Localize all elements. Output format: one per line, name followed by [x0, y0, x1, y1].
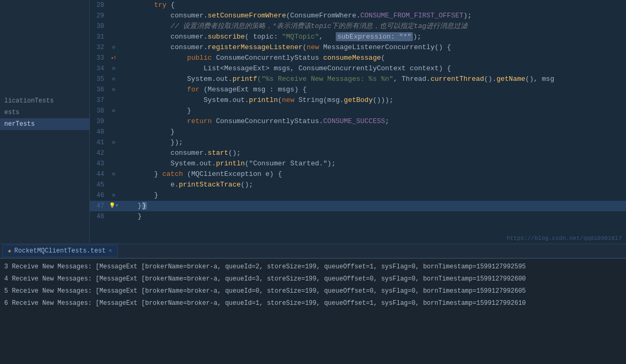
line-code-28: try {: [119, 0, 626, 11]
line-code-34: List<MessageExt> msgs, ConsumeConcurrent…: [119, 63, 626, 74]
main-container: licationTestsestsnerTests 28 try {29 con…: [0, 0, 626, 364]
code-line-48: 48 }: [90, 211, 626, 222]
code-line-28: 28 try {: [90, 0, 626, 11]
line-number-46: 46: [90, 190, 108, 201]
code-line-30: 30 // 设置消费者拉取消息的策略，*表示消费该topic下的所有消息，也可以…: [90, 21, 626, 32]
line-gutter-35: ◇: [108, 74, 119, 85]
code-line-47: 47💡▿ }}: [90, 201, 626, 211]
line-number-42: 42: [90, 148, 108, 158]
line-code-39: return ConsumeConcurrentlyStatus.CONSUME…: [119, 116, 626, 127]
line-number-48: 48: [90, 211, 108, 222]
line-gutter-44: ◇: [108, 169, 119, 180]
line-gutter-32: ◇: [108, 42, 119, 53]
code-line-29: 29 consumer.setConsumeFromWhere(ConsumeF…: [90, 11, 626, 21]
tab-bar: ◈ RocketMQClientTests.test ×: [0, 244, 626, 258]
line-number-31: 31: [90, 32, 108, 42]
line-number-35: 35: [90, 74, 108, 85]
console-line-2: 5 Receive New Messages: [MessageExt [bro…: [0, 285, 626, 297]
line-gutter-34: ◇: [108, 63, 119, 74]
sidebar-item-1[interactable]: ests: [0, 107, 89, 118]
code-line-38: 38◇ }: [90, 106, 626, 116]
line-code-35: System.out.printf("%s Receive New Messag…: [119, 74, 626, 85]
line-number-32: 32: [90, 42, 108, 53]
line-number-44: 44: [90, 169, 108, 180]
watermark: https://blog.csdn.net/qq810901817: [507, 235, 622, 241]
line-number-28: 28: [90, 0, 108, 11]
line-gutter-46: ◇: [108, 190, 119, 201]
tab-close-button[interactable]: ×: [109, 248, 112, 254]
code-line-37: 37 System.out.println(new String(msg.get…: [90, 95, 626, 106]
line-number-47: 47: [90, 201, 108, 211]
sidebar-item-2[interactable]: nerTests: [0, 118, 89, 130]
line-code-32: consumer.registerMessageListener(new Mes…: [119, 42, 626, 53]
line-code-36: for (MessageExt msg : msgs) {: [119, 85, 626, 95]
line-code-29: consumer.setConsumeFromWhere(ConsumeFrom…: [119, 11, 626, 21]
line-gutter-47: 💡▿: [108, 201, 119, 211]
line-number-37: 37: [90, 95, 108, 106]
line-code-43: System.out.println("Consumer Started.");: [119, 158, 626, 169]
line-gutter-33: ●!: [108, 53, 119, 63]
code-line-33: 33●! public ConsumeConcurrentlyStatus co…: [90, 53, 626, 63]
code-line-43: 43 System.out.println("Consumer Started.…: [90, 158, 626, 169]
line-code-47: }}: [119, 201, 626, 211]
line-code-46: }: [119, 190, 626, 201]
editor-tab[interactable]: ◈ RocketMQClientTests.test ×: [2, 245, 118, 257]
line-code-48: }: [119, 211, 626, 222]
line-code-42: consumer.start();: [119, 148, 626, 158]
code-line-32: 32◇ consumer.registerMessageListener(new…: [90, 42, 626, 53]
line-number-43: 43: [90, 158, 108, 169]
line-number-45: 45: [90, 180, 108, 190]
line-number-29: 29: [90, 11, 108, 21]
line-code-33: public ConsumeConcurrentlyStatus consume…: [119, 53, 626, 63]
code-line-40: 40 }: [90, 127, 626, 137]
line-number-41: 41: [90, 137, 108, 148]
line-code-40: }: [119, 127, 626, 137]
line-number-38: 38: [90, 106, 108, 116]
console-line-1: 4 Receive New Messages: [MessageExt [bro…: [0, 273, 626, 285]
editor-area: licationTestsestsnerTests 28 try {29 con…: [0, 0, 626, 244]
line-gutter-41: ◇: [108, 137, 119, 148]
line-number-33: 33: [90, 53, 108, 63]
code-content: 28 try {29 consumer.setConsumeFromWhere(…: [90, 0, 626, 244]
line-code-31: consumer.subscribe( topic: "MQTopic", su…: [119, 32, 626, 42]
line-code-44: } catch (MQClientException e) {: [119, 169, 626, 180]
line-number-34: 34: [90, 63, 108, 74]
code-editor[interactable]: 28 try {29 consumer.setConsumeFromWhere(…: [90, 0, 626, 244]
line-gutter-38: ◇: [108, 106, 119, 116]
line-code-37: System.out.println(new String(msg.getBod…: [119, 95, 626, 106]
code-line-46: 46◇ }: [90, 190, 626, 201]
code-line-34: 34◇ List<MessageExt> msgs, ConsumeConcur…: [90, 63, 626, 74]
tab-label: RocketMQClientTests.test: [14, 247, 106, 255]
tab-icon: ◈: [8, 248, 11, 254]
code-line-39: 39 return ConsumeConcurrentlyStatus.CONS…: [90, 116, 626, 127]
code-line-42: 42 consumer.start();: [90, 148, 626, 158]
sidebar: licationTestsestsnerTests: [0, 0, 90, 244]
line-gutter-36: ◇: [108, 85, 119, 95]
line-code-30: // 设置消费者拉取消息的策略，*表示消费该topic下的所有消息，也可以指定t…: [119, 21, 626, 32]
line-number-39: 39: [90, 116, 108, 127]
line-code-41: });: [119, 137, 626, 148]
console-line-3: 6 Receive New Messages: [MessageExt [bro…: [0, 297, 626, 310]
code-line-44: 44◇ } catch (MQClientException e) {: [90, 169, 626, 180]
console-line-0: 3 Receive New Messages: [MessageExt [bro…: [0, 261, 626, 273]
line-number-40: 40: [90, 127, 108, 137]
console-area: 3 Receive New Messages: [MessageExt [bro…: [0, 258, 626, 364]
line-number-30: 30: [90, 21, 108, 32]
code-line-31: 31 consumer.subscribe( topic: "MQTopic",…: [90, 32, 626, 42]
code-line-45: 45 e.printStackTrace();: [90, 180, 626, 190]
code-line-35: 35◇ System.out.printf("%s Receive New Me…: [90, 74, 626, 85]
line-number-36: 36: [90, 85, 108, 95]
line-code-38: }: [119, 106, 626, 116]
code-line-41: 41◇ });: [90, 137, 626, 148]
code-line-36: 36◇ for (MessageExt msg : msgs) {: [90, 85, 626, 95]
sidebar-item-0[interactable]: licationTests: [0, 95, 89, 107]
line-code-45: e.printStackTrace();: [119, 180, 626, 190]
